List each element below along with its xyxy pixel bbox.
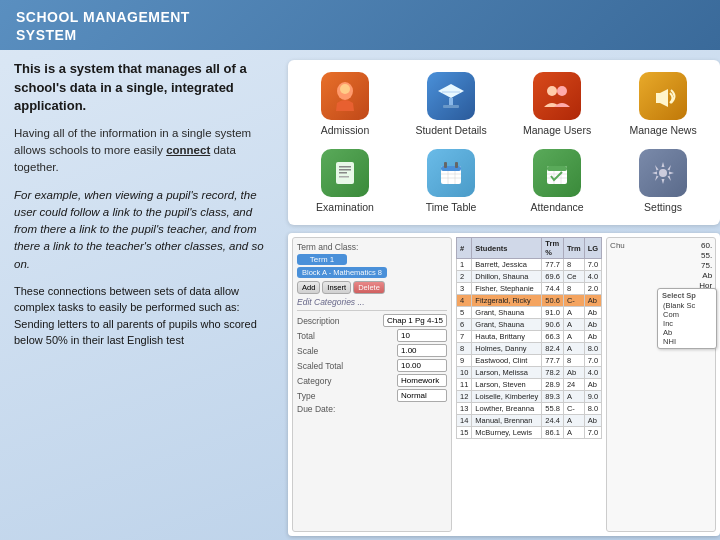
table-row[interactable]: 3 Fisher, Stephanie 74.4 8 2.0 <box>457 283 602 295</box>
svg-point-1 <box>340 84 350 94</box>
cell-id: 15 <box>457 427 472 439</box>
table-row[interactable]: 15 McBurney, Lewis 86.1 A 7.0 <box>457 427 602 439</box>
cell-lg: 8.0 <box>584 403 601 415</box>
icon-admission[interactable]: Admission <box>294 68 396 140</box>
cell-id: 7 <box>457 331 472 343</box>
data-table: # Students Trm % Trm LG 1 Barrett, Jessi… <box>456 237 602 439</box>
svg-rect-10 <box>339 169 351 171</box>
intro-regular-text: Having all of the information in a singl… <box>14 125 274 177</box>
cell-lg: Ab <box>584 331 601 343</box>
cell-trm-pct: 82.4 <box>542 343 564 355</box>
table-row[interactable]: 5 Grant, Shauna 91.0 A Ab <box>457 307 602 319</box>
scale-value[interactable]: 1.00 <box>397 344 447 357</box>
data-area: Term and Class: Term 1 Block A - Mathema… <box>288 233 720 536</box>
table-row[interactable]: 4 Fitzgerald, Ricky 50.6 C- Ab <box>457 295 602 307</box>
cell-name: McBurney, Lewis <box>472 427 542 439</box>
table-row[interactable]: 13 Lowther, Breanna 55.8 C- 8.0 <box>457 403 602 415</box>
student-details-label: Student Details <box>415 124 486 136</box>
due-date-label: Due Date: <box>297 404 335 414</box>
table-row[interactable]: 9 Eastwood, Clint 77.7 8 7.0 <box>457 355 602 367</box>
cell-name: Eastwood, Clint <box>472 355 542 367</box>
form-divider <box>297 310 447 311</box>
icon-timetable[interactable]: Time Table <box>400 145 502 217</box>
cell-lg: 9.0 <box>584 391 601 403</box>
icon-manage-news[interactable]: Manage News <box>612 68 714 140</box>
cell-trm: A <box>563 391 584 403</box>
svg-rect-5 <box>443 105 459 108</box>
total-value[interactable]: 10 <box>397 329 447 342</box>
popup-option-3[interactable]: Ab <box>662 328 712 337</box>
attendance-label: Attendance <box>530 201 583 213</box>
scaled-total-label: Scaled Total <box>297 361 343 371</box>
settings-icon <box>639 149 687 197</box>
icon-settings[interactable]: Settings <box>612 145 714 217</box>
delete-button[interactable]: Delete <box>353 281 385 294</box>
col-students: Students <box>472 238 542 259</box>
cell-trm-pct: 77.7 <box>542 259 564 271</box>
cell-lg: 7.0 <box>584 355 601 367</box>
scaled-total-value[interactable]: 10.00 <box>397 359 447 372</box>
cell-trm: A <box>563 343 584 355</box>
term-value[interactable]: Term 1 <box>297 254 347 265</box>
table-row[interactable]: 10 Larson, Melissa 78.2 Ab 4.0 <box>457 367 602 379</box>
info-row-2: 55. <box>610 251 712 260</box>
cell-lg: 7.0 <box>584 427 601 439</box>
timetable-icon <box>427 149 475 197</box>
cell-trm-pct: 24.4 <box>542 415 564 427</box>
icon-student-details[interactable]: Student Details <box>400 68 502 140</box>
info-row-4: Ab <box>610 271 712 280</box>
cell-id: 3 <box>457 283 472 295</box>
popup-option-1[interactable]: Com <box>662 310 712 319</box>
table-row[interactable]: 14 Manual, Brennan 24.4 A Ab <box>457 415 602 427</box>
popup-option-2[interactable]: Inc <box>662 319 712 328</box>
cell-lg: 2.0 <box>584 283 601 295</box>
manage-news-label: Manage News <box>630 124 697 136</box>
type-value[interactable]: Normal <box>397 389 447 402</box>
form-scaled-total-row: Scaled Total 10.00 <box>297 359 447 372</box>
table-row[interactable]: 7 Hauta, Brittany 66.3 A Ab <box>457 331 602 343</box>
term-class-label: Term and Class: <box>297 242 358 252</box>
cell-name: Larson, Steven <box>472 379 542 391</box>
timetable-label: Time Table <box>426 201 477 213</box>
svg-rect-3 <box>442 91 460 93</box>
cell-name: Holmes, Danny <box>472 343 542 355</box>
svg-rect-4 <box>449 98 453 106</box>
manage-users-label: Manage Users <box>523 124 591 136</box>
cell-trm-pct: 78.2 <box>542 367 564 379</box>
table-row[interactable]: 6 Grant, Shauna 90.6 A Ab <box>457 319 602 331</box>
popup-option-0[interactable]: (Blank Sc <box>662 301 712 310</box>
block-value[interactable]: Block A - Mathematics 8 <box>297 267 387 278</box>
icon-examination[interactable]: Examination <box>294 145 396 217</box>
cell-name: Manual, Brennan <box>472 415 542 427</box>
form-row-term-value: Term 1 <box>297 254 447 265</box>
scale-label: Scale <box>297 346 318 356</box>
insert-button[interactable]: Insert <box>322 281 351 294</box>
table-row[interactable]: 8 Holmes, Danny 82.4 A 8.0 <box>457 343 602 355</box>
svg-point-7 <box>557 86 567 96</box>
category-value[interactable]: Homework <box>397 374 447 387</box>
cell-lg: Ab <box>584 307 601 319</box>
cell-name: Lowther, Breanna <box>472 403 542 415</box>
table-row[interactable]: 1 Barrett, Jessica 77.7 8 7.0 <box>457 259 602 271</box>
edit-categories[interactable]: Edit Categories ... <box>297 297 365 307</box>
add-button[interactable]: Add <box>297 281 320 294</box>
form-total-row: Total 10 <box>297 329 447 342</box>
cell-trm-pct: 74.4 <box>542 283 564 295</box>
cell-lg: Ab <box>584 415 601 427</box>
info-row-1: Chu 60. <box>610 241 712 250</box>
icon-attendance[interactable]: Attendance <box>506 145 608 217</box>
table-row[interactable]: 2 Dhillon, Shauna 69.6 Ce 4.0 <box>457 271 602 283</box>
right-panel: Admission Student Details <box>288 60 720 536</box>
description-value[interactable]: Chap 1 Pg 4-15 <box>383 314 447 327</box>
popup-option-4[interactable]: NHI <box>662 337 712 346</box>
table-row[interactable]: 12 Loiselle, Kimberley 89.3 A 9.0 <box>457 391 602 403</box>
table-row[interactable]: 11 Larson, Steven 28.9 24 Ab <box>457 379 602 391</box>
cell-lg: Ab <box>584 379 601 391</box>
info-val-chu: 60. <box>701 241 712 250</box>
header-line2: SYSTEM <box>16 27 77 43</box>
icon-manage-users[interactable]: Manage Users <box>506 68 608 140</box>
cell-name: Hauta, Brittany <box>472 331 542 343</box>
cell-id: 11 <box>457 379 472 391</box>
cell-trm-pct: 55.8 <box>542 403 564 415</box>
intro-italic-text: For example, when viewing a pupil's reco… <box>14 187 274 273</box>
